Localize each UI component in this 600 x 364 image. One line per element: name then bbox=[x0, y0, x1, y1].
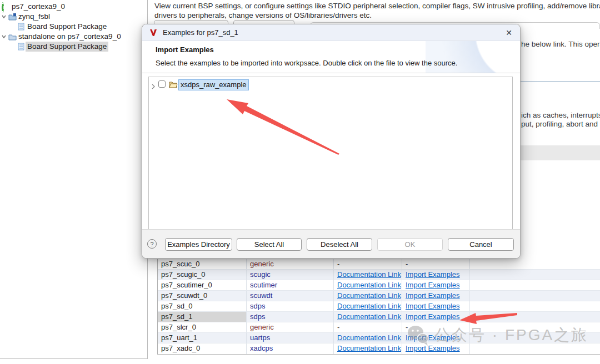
chevron-right-icon[interactable] bbox=[151, 82, 156, 92]
peripheral-cell: ps7_scugic_0 bbox=[158, 270, 247, 280]
import-examples-link[interactable]: Import Examples bbox=[406, 270, 460, 279]
import-examples-link[interactable]: Import Examples bbox=[406, 281, 460, 289]
deselect-all-button[interactable]: Deselect All bbox=[307, 238, 372, 251]
table-row[interactable]: ps7_sd_0 sdps Documentation Link Import … bbox=[158, 301, 600, 312]
import-examples-link[interactable]: Import Examples bbox=[406, 344, 460, 352]
peripheral-cell: ps7_xadc_0 bbox=[158, 343, 247, 354]
dialog-title: Examples for ps7_sd_1 bbox=[163, 24, 238, 41]
import-examples-link[interactable]: Import Examples bbox=[406, 291, 460, 300]
header-decoration bbox=[426, 41, 520, 73]
page-text-fragment: he below link. This opera bbox=[521, 40, 600, 48]
table-row[interactable]: ps7_xadc_0 xadcps Documentation Link Imp… bbox=[158, 343, 600, 354]
bsp-document-icon bbox=[18, 23, 26, 30]
table-row[interactable]: ps7_uart_1 uartps Documentation Link Imp… bbox=[158, 333, 600, 343]
page-text-fragment: ich as caches, interrupts a bbox=[521, 111, 600, 119]
dialog-titlebar[interactable]: Examples for ps7_sd_1 ✕ bbox=[142, 24, 520, 41]
table-row[interactable]: ps7_slcr_0 generic - - bbox=[158, 322, 600, 333]
table-row-selected[interactable]: ps7_sd_1 sdps Documentation Link Import … bbox=[158, 312, 600, 322]
open-folder-icon bbox=[169, 80, 178, 91]
close-icon[interactable]: ✕ bbox=[502, 26, 516, 39]
documentation-link[interactable]: Documentation Link bbox=[337, 291, 401, 300]
table-row[interactable]: ps7_scutimer_0 scutimer Documentation Li… bbox=[158, 280, 600, 291]
peripheral-cell: ps7_sd_1 bbox=[158, 312, 247, 322]
folder-icon bbox=[8, 33, 16, 40]
ok-button[interactable]: OK bbox=[377, 238, 443, 251]
section-divider bbox=[521, 81, 600, 82]
chevron-down-icon[interactable] bbox=[1, 34, 7, 39]
table-row[interactable]: ps7_scuwdt_0 scuwdt Documentation Link I… bbox=[158, 291, 600, 301]
xilinx-logo-icon bbox=[149, 28, 158, 37]
table-row[interactable]: ps7_scugic_0 scugic Documentation Link I… bbox=[158, 270, 600, 280]
documentation-link[interactable]: Documentation Link bbox=[337, 344, 401, 352]
examples-tree: xsdps_raw_example bbox=[148, 77, 513, 230]
example-item-label[interactable]: xsdps_raw_example bbox=[178, 79, 249, 90]
import-examples-link[interactable]: Import Examples bbox=[406, 312, 460, 321]
chevron-down-icon[interactable] bbox=[1, 14, 7, 19]
project-explorer-panel: ps7_cortexa9_0 zynq_fsbl Board Support P… bbox=[0, 0, 148, 359]
peripheral-cell: ps7_sd_0 bbox=[158, 301, 247, 311]
import-cell: - bbox=[402, 259, 470, 269]
import-examples-link[interactable]: Import Examples bbox=[406, 302, 460, 310]
dialog-header: Import Examples Select the examples to b… bbox=[142, 41, 520, 73]
documentation-link[interactable]: Documentation Link bbox=[337, 312, 401, 321]
dialog-header-title: Import Examples bbox=[156, 46, 214, 54]
dialog-header-description: Select the examples to be imported into … bbox=[156, 59, 457, 67]
select-all-button[interactable]: Select All bbox=[237, 238, 302, 251]
documentation-link[interactable]: Documentation Link bbox=[337, 302, 401, 310]
processor-icon bbox=[2, 3, 9, 10]
doc-cell: - bbox=[334, 259, 402, 269]
import-cell: - bbox=[402, 322, 470, 332]
app-window: View current BSP settings, or configure … bbox=[0, 0, 600, 364]
project-folder-icon bbox=[8, 13, 16, 20]
doc-cell: - bbox=[334, 322, 402, 332]
bsp-description-line1: View current BSP settings, or configure … bbox=[154, 2, 600, 10]
driver-cell: sdps bbox=[247, 301, 334, 311]
driver-cell: scuwdt bbox=[247, 291, 334, 301]
peripheral-cell: ps7_scutimer_0 bbox=[158, 280, 247, 290]
page-text-fragment: put, profiling, abort and bbox=[521, 120, 600, 128]
help-icon[interactable]: ? bbox=[147, 239, 157, 249]
peripheral-drivers-table: ps7_scuc_0 generic - - ps7_scugic_0 scug… bbox=[157, 259, 600, 355]
documentation-link[interactable]: Documentation Link bbox=[337, 333, 401, 342]
driver-cell: uartps bbox=[247, 333, 334, 343]
bsp-document-icon bbox=[18, 43, 26, 50]
import-examples-dialog: Examples for ps7_sd_1 ✕ Import Examples … bbox=[142, 24, 521, 259]
documentation-link[interactable]: Documentation Link bbox=[337, 270, 401, 279]
bsp-description-line2: drivers to peripherals, change versions … bbox=[154, 11, 600, 19]
driver-cell: scutimer bbox=[247, 280, 334, 290]
peripheral-cell: ps7_uart_1 bbox=[158, 333, 247, 343]
driver-cell: xadcps bbox=[247, 343, 334, 354]
table-row[interactable]: ps7_scuc_0 generic - - bbox=[158, 259, 600, 270]
import-examples-link[interactable]: Import Examples bbox=[406, 333, 460, 342]
driver-cell: generic bbox=[247, 322, 334, 332]
driver-cell: sdps bbox=[247, 312, 334, 322]
dialog-footer: ? Examples Directory Select All Deselect… bbox=[142, 229, 520, 258]
peripheral-cell: ps7_scuc_0 bbox=[158, 259, 247, 269]
documentation-link[interactable]: Documentation Link bbox=[337, 281, 401, 289]
example-checkbox[interactable] bbox=[158, 80, 166, 88]
peripheral-cell: ps7_scuwdt_0 bbox=[158, 291, 247, 301]
cancel-button[interactable]: Cancel bbox=[448, 238, 514, 251]
driver-cell: scugic bbox=[247, 270, 334, 280]
examples-directory-button[interactable]: Examples Directory bbox=[165, 238, 232, 251]
peripheral-cell: ps7_slcr_0 bbox=[158, 322, 247, 332]
driver-cell: generic bbox=[247, 259, 334, 269]
